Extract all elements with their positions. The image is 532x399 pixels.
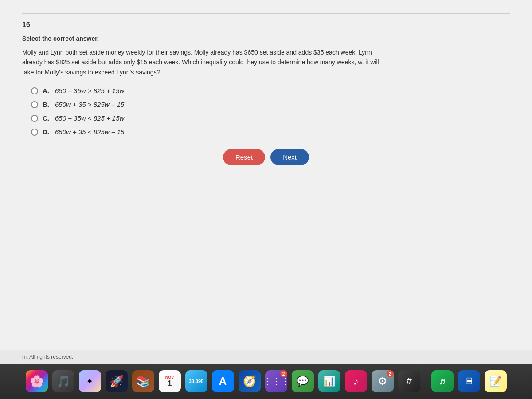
question-number: 16 bbox=[22, 21, 510, 29]
dots-badge: 2 bbox=[280, 370, 287, 377]
dock-itunes[interactable]: ♪ bbox=[344, 369, 368, 393]
option-b[interactable]: B. 650w + 35 > 825w + 15 bbox=[31, 101, 510, 108]
option-d[interactable]: D. 650w + 35 < 825w + 15 bbox=[31, 128, 510, 136]
books-icon: 📚 bbox=[132, 370, 154, 392]
dock-calendar[interactable]: NOV 1 bbox=[158, 369, 182, 393]
dock-notes[interactable]: 📝 bbox=[484, 369, 508, 393]
spotify-icon: ♬ bbox=[431, 370, 454, 392]
messages-icon: 💬 bbox=[292, 370, 314, 392]
app-store-icon: A bbox=[212, 370, 234, 392]
dock-siri[interactable]: ✦ bbox=[78, 369, 102, 393]
dock-app-store[interactable]: A bbox=[211, 369, 235, 393]
option-a-label: A. bbox=[43, 87, 51, 94]
question-text: Molly and Lynn both set aside money week… bbox=[22, 47, 386, 77]
desktop-icon: 🖥 bbox=[458, 370, 480, 392]
dock-spotify[interactable]: ♬ bbox=[430, 369, 454, 393]
music-icon: 🎵 bbox=[52, 370, 74, 392]
dock-books[interactable]: 📚 bbox=[131, 369, 155, 393]
main-screen: 16 Select the correct answer. Molly and … bbox=[0, 0, 532, 399]
itunes-icon: ♪ bbox=[345, 370, 367, 392]
radio-b[interactable] bbox=[31, 101, 38, 108]
dock-system-prefs[interactable]: ⚙ 2 bbox=[371, 369, 395, 393]
dock-messages[interactable]: 💬 bbox=[291, 369, 315, 393]
option-a[interactable]: A. 650 + 35w > 825 + 15w bbox=[31, 87, 510, 94]
dock-calculator[interactable]: # bbox=[397, 369, 421, 393]
siri-icon: ✦ bbox=[79, 370, 101, 392]
dock-dots[interactable]: ⋮⋮⋮ 2 bbox=[264, 369, 288, 393]
dock: 🌸 🎵 ✦ 🚀 📚 NOV 1 33,395 A bbox=[0, 364, 532, 399]
radio-c[interactable] bbox=[31, 115, 38, 122]
option-b-label: B. bbox=[43, 101, 51, 108]
option-d-label: D. bbox=[43, 128, 51, 136]
finder-icon: 33,395 bbox=[185, 370, 207, 392]
top-divider bbox=[22, 13, 510, 14]
option-c[interactable]: C. 650 + 35w < 825 + 15w bbox=[31, 114, 510, 122]
screentime-icon: 📊 bbox=[318, 370, 340, 392]
option-b-formula: 650w + 35 > 825w + 15 bbox=[55, 101, 124, 108]
dock-desktop[interactable]: 🖥 bbox=[457, 369, 481, 393]
dock-finder[interactable]: 33,395 bbox=[184, 369, 208, 393]
content-area: 16 Select the correct answer. Molly and … bbox=[0, 0, 532, 350]
calculator-icon: # bbox=[398, 370, 420, 392]
photos-icon: 🌸 bbox=[26, 370, 48, 392]
question-instruction: Select the correct answer. bbox=[22, 35, 510, 42]
dock-launchpad[interactable]: 🚀 bbox=[105, 369, 129, 393]
next-button[interactable]: Next bbox=[270, 149, 309, 165]
radio-a[interactable] bbox=[31, 87, 38, 94]
dock-safari[interactable]: 🧭 bbox=[238, 369, 262, 393]
notes-icon: 📝 bbox=[485, 370, 507, 392]
dock-screentime[interactable]: 📊 bbox=[317, 369, 341, 393]
option-a-formula: 650 + 35w > 825 + 15w bbox=[55, 87, 124, 94]
option-d-formula: 650w + 35 < 825w + 15 bbox=[55, 128, 124, 136]
action-buttons: Reset Next bbox=[22, 149, 510, 165]
option-c-formula: 650 + 35w < 825 + 15w bbox=[55, 114, 124, 122]
radio-d[interactable] bbox=[31, 129, 38, 136]
reset-button[interactable]: Reset bbox=[223, 149, 265, 165]
dock-divider bbox=[426, 372, 426, 390]
option-c-label: C. bbox=[43, 114, 51, 122]
calendar-icon: NOV 1 bbox=[159, 370, 181, 392]
launchpad-icon: 🚀 bbox=[106, 370, 128, 392]
footer: m. All rights reserved. bbox=[0, 350, 532, 364]
dock-photos[interactable]: 🌸 bbox=[25, 369, 49, 393]
system-prefs-badge: 2 bbox=[387, 370, 394, 377]
safari-icon: 🧭 bbox=[239, 370, 261, 392]
options-list: A. 650 + 35w > 825 + 15w B. 650w + 35 > … bbox=[31, 87, 510, 136]
dock-music[interactable]: 🎵 bbox=[51, 369, 75, 393]
